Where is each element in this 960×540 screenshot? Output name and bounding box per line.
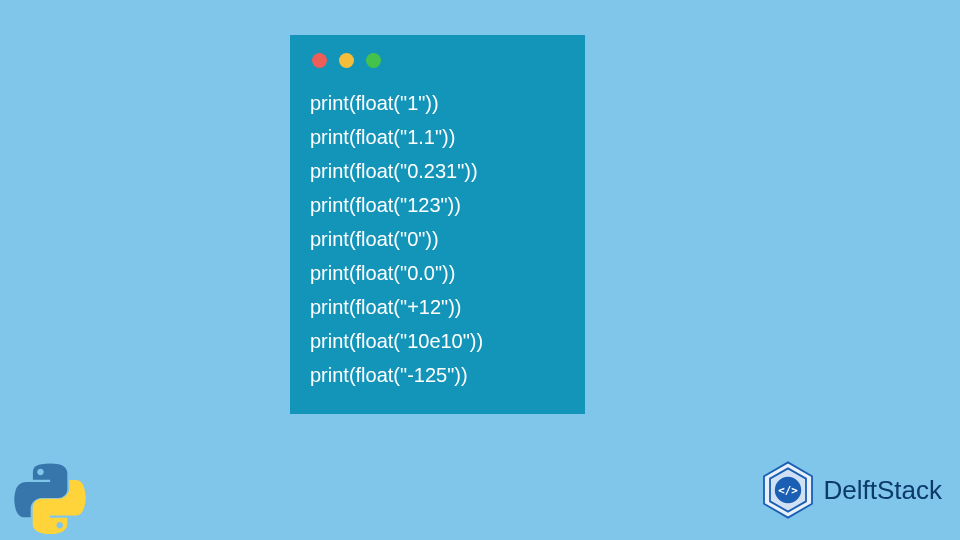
code-line: print(float("0.0")) <box>310 256 565 290</box>
maximize-icon <box>366 53 381 68</box>
delftstack-logo-icon: </> <box>758 460 818 520</box>
code-window: print(float("1")) print(float("1.1")) pr… <box>290 35 585 414</box>
python-logo-icon <box>14 462 86 534</box>
code-line: print(float("0.231")) <box>310 154 565 188</box>
code-block: print(float("1")) print(float("1.1")) pr… <box>310 86 565 392</box>
window-controls <box>312 53 565 68</box>
code-line: print(float("1")) <box>310 86 565 120</box>
close-icon <box>312 53 327 68</box>
code-line: print(float("1.1")) <box>310 120 565 154</box>
minimize-icon <box>339 53 354 68</box>
code-line: print(float("0")) <box>310 222 565 256</box>
brand-badge: </> DelftStack <box>758 460 943 520</box>
code-line: print(float("-125")) <box>310 358 565 392</box>
svg-text:</>: </> <box>778 484 798 497</box>
code-line: print(float("123")) <box>310 188 565 222</box>
brand-name: DelftStack <box>824 475 943 506</box>
code-line: print(float("10e10")) <box>310 324 565 358</box>
code-line: print(float("+12")) <box>310 290 565 324</box>
